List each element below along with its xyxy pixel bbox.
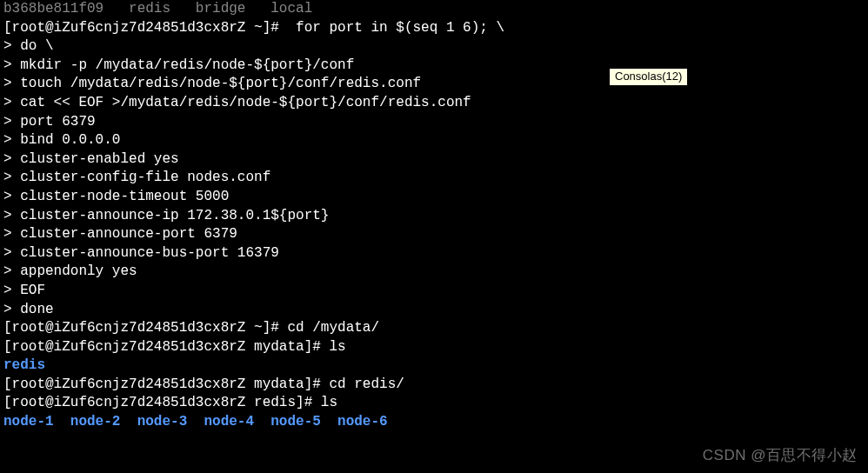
terminal-line[interactable]: > done: [3, 301, 865, 320]
terminal-line-partial: b368be811f09 redis bridge local: [3, 0, 865, 19]
terminal-line[interactable]: > cat << EOF >/mydata/redis/node-${port}…: [3, 94, 865, 113]
directory-list: node-1 node-2 node-3 node-4 node-5 node-…: [3, 413, 865, 432]
terminal-line[interactable]: > appendonly yes: [3, 263, 865, 282]
terminal-line[interactable]: > touch /mydata/redis/node-${port}/conf/…: [3, 75, 865, 94]
terminal-line[interactable]: > EOF: [3, 282, 865, 301]
terminal-line[interactable]: > do \: [3, 37, 865, 57]
terminal-line[interactable]: > cluster-announce-port 6379: [3, 225, 865, 244]
directory-entry: node-1: [3, 414, 54, 430]
font-tooltip: Consolas(12): [609, 68, 688, 86]
terminal-line[interactable]: > cluster-node-timeout 5000: [3, 188, 865, 207]
terminal-line[interactable]: [root@iZuf6cnjz7d24851d3cx8rZ mydata]# c…: [3, 376, 865, 395]
terminal-line[interactable]: [root@iZuf6cnjz7d24851d3cx8rZ mydata]# l…: [3, 338, 865, 357]
terminal-line[interactable]: > cluster-announce-bus-port 16379: [3, 244, 865, 263]
terminal-line[interactable]: > cluster-announce-ip 172.38.0.1${port}: [3, 207, 865, 226]
directory-entry: node-2: [70, 414, 121, 430]
terminal-line[interactable]: > bind 0.0.0.0: [3, 131, 865, 150]
terminal-line[interactable]: > cluster-config-file nodes.conf: [3, 169, 865, 188]
terminal-line[interactable]: > mkdir -p /mydata/redis/node-${port}/co…: [3, 57, 865, 76]
directory-entry: redis: [3, 356, 865, 376]
directory-entry: node-3: [137, 414, 188, 430]
directory-entry: node-4: [204, 414, 254, 430]
terminal-line[interactable]: > port 6379: [3, 113, 865, 132]
terminal-line[interactable]: [root@iZuf6cnjz7d24851d3cx8rZ ~]# cd /my…: [3, 319, 865, 338]
terminal-line[interactable]: > cluster-enabled yes: [3, 150, 865, 170]
terminal-line[interactable]: [root@iZuf6cnjz7d24851d3cx8rZ ~]# for po…: [3, 19, 865, 38]
directory-entry: node-6: [337, 414, 388, 430]
watermark-text: CSDN @百思不得小赵: [703, 446, 858, 466]
terminal-line[interactable]: [root@iZuf6cnjz7d24851d3cx8rZ redis]# ls: [3, 394, 865, 413]
directory-entry: node-5: [270, 414, 321, 430]
